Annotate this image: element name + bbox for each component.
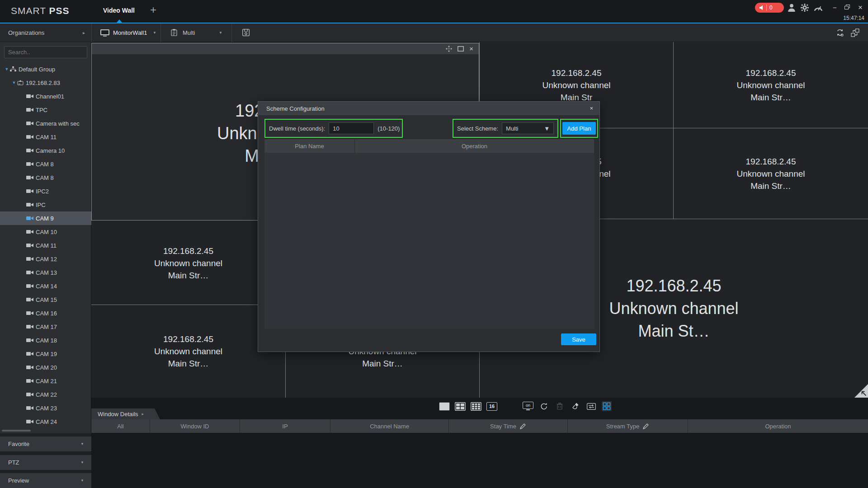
tree-item-channel[interactable]: CAM 11 xyxy=(0,130,91,144)
camera-icon xyxy=(26,230,33,234)
layout-1-button[interactable] xyxy=(439,401,450,411)
camera-icon xyxy=(26,297,33,302)
tree-item-channel[interactable]: Camera 10 xyxy=(0,144,91,157)
clear-screen-button[interactable] xyxy=(570,401,581,411)
tree-item-channel[interactable]: CAM 22 xyxy=(0,388,91,401)
search-input[interactable] xyxy=(5,49,90,56)
chevron-right-icon: ▸ xyxy=(83,30,85,35)
dialog-titlebar[interactable]: Scheme Configuration × xyxy=(258,102,599,115)
expand-triangle-icon[interactable]: ▼ xyxy=(11,80,17,85)
layout-16-button[interactable]: 16 xyxy=(486,402,497,411)
camera-icon xyxy=(26,202,33,207)
save-plan-icon[interactable] xyxy=(242,29,250,36)
monitor-wall-select[interactable]: MonitorWall1 ▼ xyxy=(113,29,156,36)
new-tab-button[interactable]: + xyxy=(150,4,156,16)
app-logo: SMART PSS xyxy=(11,5,70,16)
expand-triangle-icon[interactable]: ▼ xyxy=(4,67,10,71)
section-ptz[interactable]: PTZ ▼ xyxy=(0,455,91,470)
tree-item-channel[interactable]: Channel01 xyxy=(0,89,91,103)
add-plan-group: Add Plan xyxy=(560,119,598,138)
resize-arrow-icon xyxy=(861,390,867,397)
camera-icon xyxy=(26,352,33,356)
dwell-time-input[interactable] xyxy=(329,122,374,134)
tree-item-channel[interactable]: CAM 21 xyxy=(0,374,91,388)
screen-swap-icon[interactable] xyxy=(851,28,859,37)
toolbar-separator xyxy=(231,23,232,42)
layout-9-button[interactable] xyxy=(471,401,481,411)
chevron-down-icon: ▼ xyxy=(80,460,84,465)
tree-item-channel[interactable]: CAM 15 xyxy=(0,293,91,306)
videowall-cell[interactable]: 192.168.2.45Unknown channelMain Str… xyxy=(674,128,868,219)
tree-item-channel[interactable]: CAM 16 xyxy=(0,306,91,320)
refresh-button[interactable] xyxy=(538,401,549,411)
tree-item-channel[interactable]: CAM 14 xyxy=(0,279,91,293)
chevron-down-icon: ▼ xyxy=(80,479,84,483)
tree-item-channel-selected[interactable]: CAM 9 xyxy=(0,211,91,225)
tree-item-channel[interactable]: CAM 11 xyxy=(0,239,91,252)
tree-item-channel[interactable]: CAM 17 xyxy=(0,320,91,333)
layout-4-button[interactable] xyxy=(455,401,466,411)
tree-item-channel[interactable]: CAM 23 xyxy=(0,401,91,415)
alarm-indicator[interactable]: 0 xyxy=(755,3,784,13)
camera-icon xyxy=(26,338,33,343)
plan-table-body xyxy=(264,153,594,329)
gear-icon[interactable] xyxy=(801,4,809,12)
screen-on-button[interactable]: on xyxy=(523,402,533,411)
tree-item-channel[interactable]: CAM 13 xyxy=(0,266,91,279)
camera-icon xyxy=(26,270,33,275)
window-details-tab[interactable]: Window Details ▸ xyxy=(91,408,160,419)
tree-horizontal-scrollbar[interactable] xyxy=(2,430,31,432)
sync-settings-icon[interactable] xyxy=(835,28,844,37)
column-header-operation: Operation xyxy=(355,139,594,153)
alarm-count: 0 xyxy=(769,5,773,11)
tree-item-channel[interactable]: CAM 8 xyxy=(0,157,91,171)
column-header-channel-name: Channel Name xyxy=(330,419,449,433)
edit-pencil-icon[interactable] xyxy=(642,423,649,430)
add-plan-button[interactable]: Add Plan xyxy=(562,122,596,135)
user-icon[interactable] xyxy=(788,4,796,12)
screen-config-button[interactable] xyxy=(602,401,612,411)
videowall-cell[interactable]: 192.168.2.45Unknown channelMain Str… xyxy=(91,221,285,305)
tree-item-channel[interactable]: CAM 18 xyxy=(0,333,91,347)
organizations-header[interactable]: Organizations ▸ xyxy=(8,29,85,36)
videowall-cell[interactable]: 192.168.2.45Unknown channelMain Str… xyxy=(674,42,868,127)
tree-item-channel[interactable]: CAM 12 xyxy=(0,252,91,266)
scheme-configuration-dialog: Scheme Configuration × Dwell time (secon… xyxy=(258,101,600,352)
select-scheme-group: Select Scheme: Multi ▼ xyxy=(453,119,558,138)
camera-icon xyxy=(26,121,33,126)
scheme-dropdown[interactable]: Multi ▼ xyxy=(502,122,554,134)
restore-button[interactable] xyxy=(844,5,850,10)
close-button[interactable]: × xyxy=(858,4,863,11)
save-button[interactable]: Save xyxy=(561,333,596,345)
tree-item-channel[interactable]: TPC xyxy=(0,103,91,117)
tree-item-device[interactable]: ▼ 192.168.2.83 xyxy=(0,76,91,89)
search-box[interactable] xyxy=(4,46,87,58)
minimize-button[interactable]: − xyxy=(833,4,837,11)
camera-icon xyxy=(26,257,33,261)
performance-gauge-icon[interactable] xyxy=(814,4,823,12)
tree-item-channel[interactable]: CAM 24 xyxy=(0,415,91,427)
dialog-close-icon[interactable]: × xyxy=(590,105,593,112)
scheme-select[interactable]: Multi ▼ xyxy=(183,29,222,36)
videowall-cell[interactable]: 192.168.2.45Unknown channelMain Str… xyxy=(91,305,285,398)
tab-video-wall[interactable]: Video Wall xyxy=(103,7,135,14)
bottom-panel: 16 on Window Details ▸ All Window ID IP … xyxy=(91,398,868,488)
tree-item-channel[interactable]: IPC2 xyxy=(0,184,91,198)
active-tab-marker xyxy=(117,19,122,23)
tree-item-channel[interactable]: CAM 19 xyxy=(0,347,91,361)
tree-item-channel[interactable]: Camera with sec xyxy=(0,117,91,130)
chevron-down-icon: ▼ xyxy=(80,442,84,446)
column-header-stream-type: Stream Type xyxy=(568,419,688,433)
tree-item-channel[interactable]: CAM 8 xyxy=(0,171,91,184)
section-preview[interactable]: Preview ▼ xyxy=(0,473,91,488)
tree-item-group[interactable]: ▼ Default Group xyxy=(0,62,91,76)
chevron-down-icon: ▼ xyxy=(544,125,550,132)
edit-pencil-icon[interactable] xyxy=(519,423,526,430)
tree-item-channel[interactable]: CAM 20 xyxy=(0,361,91,374)
delete-button[interactable] xyxy=(554,401,565,411)
camera-icon xyxy=(26,324,33,329)
tree-item-channel[interactable]: IPC xyxy=(0,198,91,211)
stream-switch-button[interactable] xyxy=(586,401,597,411)
section-favorite[interactable]: Favorite ▼ xyxy=(0,436,91,451)
tree-item-channel[interactable]: CAM 10 xyxy=(0,225,91,239)
